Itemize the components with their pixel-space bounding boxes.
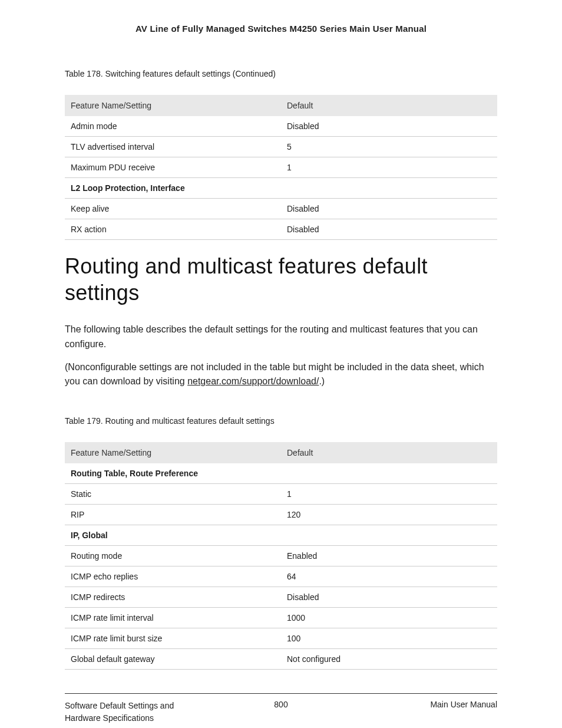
table-178: Feature Name/Setting Default Admin modeD… [65, 95, 497, 240]
para2-post-text: .) [319, 376, 325, 386]
footer-left-text: Software Default Settings and Hardware S… [65, 700, 207, 724]
feature-name-cell: Routing mode [65, 546, 281, 566]
feature-name-cell: ICMP rate limit interval [65, 608, 281, 628]
table-179-col2-header: Default [281, 442, 497, 463]
default-value-cell: 100 [281, 628, 497, 649]
table-row: ICMP rate limit burst size100 [65, 628, 497, 649]
footer-right-text: Main User Manual [355, 700, 497, 709]
table-179: Feature Name/Setting Default Routing Tab… [65, 442, 497, 670]
table-row: Maximum PDU receive1 [65, 157, 497, 178]
feature-name-cell: IP, Global [65, 525, 281, 546]
table-row: Keep aliveDisabled [65, 199, 497, 219]
default-value-cell: Enabled [281, 546, 497, 566]
table-row: TLV advertised interval5 [65, 137, 497, 157]
table-row: Routing modeEnabled [65, 546, 497, 566]
table-row: Global default gatewayNot configured [65, 649, 497, 670]
feature-name-cell: L2 Loop Protection, Interface [65, 178, 281, 199]
default-value-cell [281, 525, 497, 546]
table-178-col1-header: Feature Name/Setting [65, 95, 281, 116]
section-paragraph-1: The following table describes the defaul… [65, 322, 497, 352]
feature-name-cell: Admin mode [65, 116, 281, 137]
section-heading: Routing and multicast features default s… [65, 253, 497, 306]
table-row: ICMP echo replies64 [65, 566, 497, 587]
page-footer: Software Default Settings and Hardware S… [65, 700, 497, 724]
feature-name-cell: Global default gateway [65, 649, 281, 670]
feature-name-cell: ICMP echo replies [65, 566, 281, 587]
default-value-cell: Disabled [281, 587, 497, 608]
table-179-col1-header: Feature Name/Setting [65, 442, 281, 463]
table-row: IP, Global [65, 525, 497, 546]
table-178-col2-header: Default [281, 95, 497, 116]
table-header-row: Feature Name/Setting Default [65, 442, 497, 463]
table-row: Admin modeDisabled [65, 116, 497, 137]
document-page: AV Line of Fully Managed Switches M4250 … [0, 0, 562, 728]
default-value-cell: Not configured [281, 649, 497, 670]
table-row: ICMP redirectsDisabled [65, 587, 497, 608]
feature-name-cell: ICMP redirects [65, 587, 281, 608]
table-header-row: Feature Name/Setting Default [65, 95, 497, 116]
support-download-link[interactable]: netgear.com/support/download/ [187, 376, 319, 386]
document-header-title: AV Line of Fully Managed Switches M4250 … [65, 24, 497, 34]
feature-name-cell: ICMP rate limit burst size [65, 628, 281, 649]
default-value-cell: 120 [281, 505, 497, 525]
feature-name-cell: RX action [65, 219, 281, 240]
table-row: Routing Table, Route Preference [65, 463, 497, 484]
feature-name-cell: Static [65, 484, 281, 505]
default-value-cell: 1 [281, 157, 497, 178]
default-value-cell: 1000 [281, 608, 497, 628]
section-paragraph-2: (Nonconfigurable settings are not includ… [65, 360, 497, 390]
footer-page-number: 800 [210, 700, 352, 709]
footer-divider [65, 693, 497, 694]
table-row: RX actionDisabled [65, 219, 497, 240]
table-row: Static1 [65, 484, 497, 505]
table-row: L2 Loop Protection, Interface [65, 178, 497, 199]
table-179-caption: Table 179. Routing and multicast feature… [65, 416, 497, 426]
feature-name-cell: TLV advertised interval [65, 137, 281, 157]
feature-name-cell: RIP [65, 505, 281, 525]
feature-name-cell: Maximum PDU receive [65, 157, 281, 178]
default-value-cell: 1 [281, 484, 497, 505]
table-row: ICMP rate limit interval1000 [65, 608, 497, 628]
default-value-cell: 5 [281, 137, 497, 157]
default-value-cell: Disabled [281, 116, 497, 137]
default-value-cell [281, 178, 497, 199]
feature-name-cell: Keep alive [65, 199, 281, 219]
feature-name-cell: Routing Table, Route Preference [65, 463, 281, 484]
default-value-cell: Disabled [281, 219, 497, 240]
default-value-cell: Disabled [281, 199, 497, 219]
default-value-cell [281, 463, 497, 484]
table-row: RIP120 [65, 505, 497, 525]
default-value-cell: 64 [281, 566, 497, 587]
table-178-caption: Table 178. Switching features default se… [65, 69, 497, 78]
